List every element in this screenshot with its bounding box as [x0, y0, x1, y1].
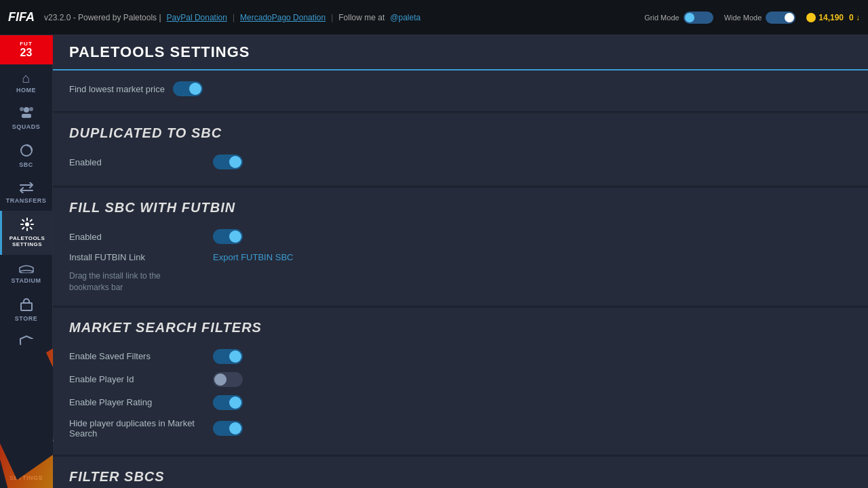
sidebar-item-store[interactable]: STORE — [0, 291, 52, 329]
paleta-link[interactable]: @paleta — [390, 13, 420, 22]
duplicated-sbc-knob — [229, 156, 241, 168]
home-label: HOME — [16, 87, 36, 94]
fill-sbc-enabled-row: Enabled — [69, 225, 852, 248]
wide-mode-label: Wide Mode — [724, 14, 762, 22]
drag-note: Drag the install link to thebookmarks ba… — [69, 270, 852, 293]
fill-sbc-enabled-label: Enabled — [69, 232, 205, 242]
top-bar-right: Grid Mode Wide Mode 14,190 0 ↓ — [644, 12, 860, 24]
player-rating-row: Enable Player Rating — [69, 391, 852, 414]
svg-rect-3 — [22, 114, 31, 118]
sidebar-item-transfers[interactable]: TRANSFERS — [0, 175, 52, 211]
separator2: | — [331, 13, 333, 22]
coins-amount: 14,190 — [818, 13, 844, 22]
coins-display: 14,190 0 ↓ — [806, 13, 860, 22]
separator1: | — [233, 13, 235, 22]
fut-text: FUT — [20, 41, 33, 47]
duplicated-sbc-title: DUPLICATED TO SBC — [69, 125, 852, 141]
saved-filters-toggle[interactable] — [213, 349, 243, 364]
wide-mode-slider[interactable] — [766, 12, 795, 24]
player-rating-knob — [229, 396, 241, 409]
saved-filters-row: Enable Saved Filters — [69, 345, 852, 368]
sidebar-item-home[interactable]: ⌂ HOME — [0, 64, 52, 100]
grid-mode-slider[interactable] — [684, 12, 713, 24]
export-futbin-link[interactable]: Export FUTBIN SBC — [213, 252, 293, 262]
grid-mode-toggle[interactable]: Grid Mode — [644, 12, 713, 24]
saved-filters-knob — [229, 350, 241, 363]
duplicated-sbc-enabled-row: Enabled — [69, 150, 852, 174]
fut23-badge[interactable]: FUT 23 — [0, 35, 53, 64]
transfers-icon — [19, 182, 34, 195]
version-text: v23.2.0 - Powered by Paletools | — [44, 13, 161, 22]
transfer-count: 0 ↓ — [849, 13, 860, 22]
squads-label: SQUADS — [12, 123, 41, 130]
wide-mode-toggle[interactable]: Wide Mode — [724, 12, 796, 24]
install-futbin-label: Install FUTBIN Link — [69, 252, 205, 262]
saved-filters-label: Enable Saved Filters — [69, 351, 205, 361]
fill-sbc-title: FILL SBC WITH FUTBIN — [69, 200, 852, 216]
section-duplicated-sbc: DUPLICATED TO SBC Enabled — [53, 113, 868, 186]
settings-scroll-area[interactable]: Find lowest market price DUPLICATED TO S… — [53, 70, 868, 488]
find-lowest-toggle[interactable] — [173, 81, 203, 96]
follow-text: Follow me at — [338, 13, 384, 22]
fill-sbc-knob — [229, 230, 241, 243]
player-id-row: Enable Player Id — [69, 368, 852, 391]
wide-mode-knob — [785, 13, 794, 22]
sidebar-item-stadium[interactable]: STADIUM — [0, 255, 52, 291]
sbc-icon — [20, 144, 33, 159]
install-futbin-row: Install FUTBIN Link Export FUTBIN SBC — [69, 248, 852, 266]
sidebar-item-paletools[interactable]: PALETOOLSSETTINGS — [0, 211, 52, 255]
page-title: PALETOOLS SETTINGS — [69, 43, 250, 61]
market-search-title: MARKET SEARCH FILTERS — [69, 320, 852, 336]
player-id-label: Enable Player Id — [69, 374, 205, 384]
page-header: PALETOOLS SETTINGS — [53, 35, 868, 70]
hide-duplicates-toggle[interactable] — [213, 421, 243, 436]
player-id-knob — [214, 373, 226, 386]
sbc-label: SBC — [19, 161, 33, 168]
filter-sbcs-title: FILTER SBCS — [69, 469, 852, 485]
paletools-label: PALETOOLSSETTINGS — [9, 235, 45, 248]
paypal-link[interactable]: PayPal Donation — [167, 13, 227, 22]
duplicated-sbc-toggle[interactable] — [213, 155, 243, 169]
mercado-link[interactable]: MercadoPago Donation — [240, 13, 326, 22]
find-lowest-label: Find lowest market price — [69, 84, 165, 94]
sidebar-item-squads[interactable]: SQUADS — [0, 100, 52, 137]
svg-rect-0 — [24, 107, 29, 113]
year-text: 23 — [20, 47, 33, 59]
main-layout: FUT 23 ⌂ HOME SQUADS SBC TRANSFERS — [0, 35, 868, 488]
top-bar: FIFA v23.2.0 - Powered by Paletools | Pa… — [0, 0, 868, 35]
transfers-label: TRANSFERS — [6, 197, 47, 204]
sidebar-art — [0, 339, 53, 488]
stadium-icon — [19, 262, 34, 275]
svg-rect-2 — [29, 107, 33, 111]
section-market-search: MARKET SEARCH FILTERS Enable Saved Filte… — [53, 308, 868, 455]
svg-rect-7 — [21, 303, 32, 310]
grid-mode-label: Grid Mode — [644, 14, 679, 22]
duplicated-sbc-enabled-label: Enabled — [69, 157, 205, 167]
hide-duplicates-label: Hide player duplicates in Market Search — [69, 418, 205, 439]
paletools-icon — [20, 218, 34, 233]
find-lowest-knob — [189, 83, 201, 95]
partial-section: Find lowest market price — [53, 70, 868, 112]
player-id-toggle[interactable] — [213, 372, 243, 387]
hide-duplicates-knob — [229, 422, 241, 434]
sidebar: FUT 23 ⌂ HOME SQUADS SBC TRANSFERS — [0, 35, 53, 488]
home-icon: ⌂ — [22, 71, 30, 85]
find-lowest-row: Find lowest market price — [69, 77, 852, 100]
section-filter-sbcs: FILTER SBCS Enabled — [53, 457, 868, 488]
sidebar-item-sbc[interactable]: SBC — [0, 137, 52, 175]
content-area: PALETOOLS SETTINGS Find lowest market pr… — [53, 35, 868, 488]
fifa-logo: FIFA — [8, 10, 35, 24]
svg-point-6 — [20, 270, 33, 273]
player-rating-label: Enable Player Rating — [69, 397, 205, 407]
svg-rect-1 — [20, 107, 24, 111]
store-label: STORE — [15, 315, 37, 322]
hide-duplicates-row: Hide player duplicates in Market Search — [69, 414, 852, 443]
squads-icon — [20, 107, 33, 121]
store-icon — [20, 298, 33, 313]
player-rating-toggle[interactable] — [213, 395, 243, 410]
section-fill-sbc: FILL SBC WITH FUTBIN Enabled Install FUT… — [53, 188, 868, 306]
fill-sbc-toggle[interactable] — [213, 229, 243, 244]
stadium-label: STADIUM — [12, 277, 41, 284]
svg-point-5 — [25, 222, 29, 226]
coin-icon — [806, 13, 816, 22]
